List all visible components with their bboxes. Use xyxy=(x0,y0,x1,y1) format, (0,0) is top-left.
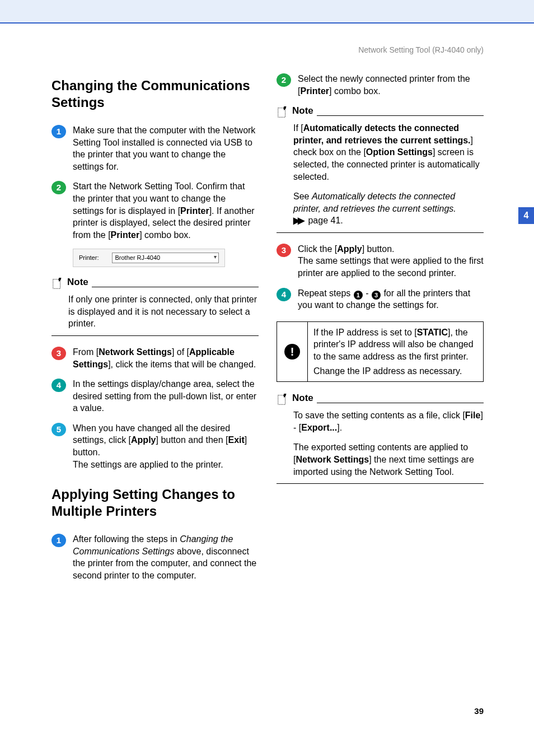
apply-step-2-text: Select the newly connected printer from … xyxy=(298,73,484,97)
apply-step-bullet-2: 2 xyxy=(277,73,291,87)
apply-step-4-text: Repeat steps 1 - 3 for all the printers … xyxy=(298,287,484,311)
printer-label: Printer: xyxy=(79,254,99,262)
note-label: Note xyxy=(292,392,313,405)
step-bullet-3: 3 xyxy=(51,347,66,360)
printer-combo-illustration: Printer: Brother RJ-4040 xyxy=(73,249,225,267)
note-r2-body: To save the setting contents as a file, … xyxy=(277,409,484,478)
top-band xyxy=(0,0,534,24)
note-icon xyxy=(277,394,289,405)
section-title-applying: Applying Setting Changes to Multiple Pri… xyxy=(51,486,259,520)
step-1-text: Make sure that the computer with the Net… xyxy=(73,124,259,172)
running-header: Network Setting Tool (RJ-4040 only) xyxy=(358,45,484,55)
apply-step-bullet-4: 4 xyxy=(277,288,291,301)
step-2-text: Start the Network Setting Tool. Confirm … xyxy=(73,180,259,241)
apply-step-bullet-3: 3 xyxy=(277,244,291,257)
printer-select[interactable]: Brother RJ-4040 xyxy=(112,253,219,263)
inline-ref-step1: 1 xyxy=(354,291,363,300)
chapter-tab: 4 xyxy=(518,207,534,224)
step-bullet-1: 1 xyxy=(51,125,66,138)
note-label: Note xyxy=(67,276,88,289)
note-icon xyxy=(277,106,289,118)
warning-box: ! If the IP address is set to [STATIC], … xyxy=(277,321,484,382)
step-5-text: When you have changed all the desired se… xyxy=(73,422,259,470)
step-bullet-5: 5 xyxy=(51,423,66,436)
step-3-text: From [Network Settings] of [Applicable S… xyxy=(73,346,259,370)
note-label: Note xyxy=(292,105,313,118)
note-r1-body: If [Automatically detects the connected … xyxy=(277,122,484,227)
apply-step-1-text: After following the steps in Changing th… xyxy=(73,533,259,581)
apply-step-bullet-1: 1 xyxy=(51,534,66,547)
note-1-body: If only one printer is connected, only t… xyxy=(51,293,259,330)
section-title-changing: Changing the Communications Settings xyxy=(51,77,259,111)
note-icon xyxy=(51,278,64,289)
inline-ref-step3: 3 xyxy=(372,291,381,300)
step-bullet-2: 2 xyxy=(51,181,66,194)
step-bullet-4: 4 xyxy=(51,379,66,392)
step-4-text: In the settings display/change area, sel… xyxy=(73,378,259,414)
warning-icon: ! xyxy=(284,344,300,360)
page-number: 39 xyxy=(474,706,484,717)
apply-step-3-text: Click the [Apply] button.The same settin… xyxy=(298,243,484,279)
